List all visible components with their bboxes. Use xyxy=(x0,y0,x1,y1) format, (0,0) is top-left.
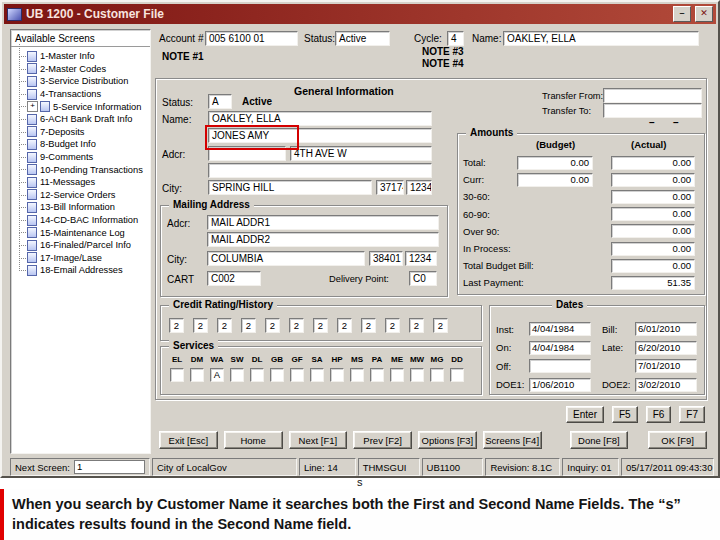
expand-icon[interactable]: + xyxy=(27,101,38,112)
credit-rating-box[interactable]: 2 xyxy=(385,318,400,333)
credit-rating-box[interactable]: 2 xyxy=(337,318,352,333)
gi-zip-field[interactable]: 37174 xyxy=(376,180,404,195)
credit-rating-box[interactable]: 2 xyxy=(193,318,208,333)
tree-item[interactable]: 18-Email Addresses xyxy=(13,264,150,277)
delivery-point-field[interactable]: C0 xyxy=(409,271,437,286)
tree-item[interactable]: 2-Master Codes xyxy=(13,63,150,76)
mailing-address1-field[interactable]: MAIL ADDR1 xyxy=(207,215,439,230)
tree-item[interactable]: 14-CD-BAC Information xyxy=(13,214,150,227)
date-field[interactable]: 1/06/2010 xyxy=(529,378,591,392)
amount-actual-field[interactable]: 0.00 xyxy=(611,173,695,187)
amount-budget-field[interactable]: 0.00 xyxy=(517,156,593,170)
amount-actual-field[interactable]: 0.00 xyxy=(611,242,695,256)
credit-rating-box[interactable]: 2 xyxy=(169,318,184,333)
service-status-box[interactable] xyxy=(390,368,404,382)
credit-rating-box[interactable]: 2 xyxy=(289,318,304,333)
service-status-box[interactable] xyxy=(410,368,424,382)
amount-actual-field[interactable]: 0.00 xyxy=(611,224,695,238)
nav-button[interactable]: Options [F3] xyxy=(418,431,477,449)
customer-name-field[interactable]: OAKLEY, ELLA xyxy=(503,31,699,46)
tree-item[interactable]: 13-Bill Information xyxy=(13,201,150,214)
amount-actual-field[interactable]: 0.00 xyxy=(611,207,695,221)
credit-rating-box[interactable]: 2 xyxy=(313,318,328,333)
mailing-zip-field[interactable]: 38401 xyxy=(369,251,403,266)
tree-item[interactable]: 17-Image/Lase xyxy=(13,252,150,265)
nav-button[interactable]: Prev [F2] xyxy=(353,431,412,449)
function-key-button[interactable]: Enter xyxy=(566,406,604,423)
tree-item[interactable]: 9-Comments xyxy=(13,151,150,164)
nav-button[interactable]: Screens [F4] xyxy=(483,431,542,449)
service-status-box[interactable] xyxy=(430,368,444,382)
service-status-box[interactable]: A xyxy=(210,368,224,382)
account-number-field[interactable]: 005 6100 01 xyxy=(205,31,298,46)
service-status-box[interactable] xyxy=(330,368,344,382)
next-screen-input[interactable]: 1 xyxy=(74,460,145,474)
tree-item[interactable]: 16-Finaled/Parcel Info xyxy=(13,239,150,252)
nav-button[interactable]: Done [F8] xyxy=(570,431,629,449)
cycle-field[interactable]: 4 xyxy=(447,31,464,46)
nav-button[interactable]: Home xyxy=(224,431,283,449)
cart-field[interactable]: C002 xyxy=(207,271,261,286)
service-status-box[interactable] xyxy=(170,368,184,382)
nav-button[interactable]: OK [F9] xyxy=(648,431,707,449)
function-key-button[interactable]: F7 xyxy=(679,406,705,423)
service-status-box[interactable] xyxy=(230,368,244,382)
gi-address-street-field[interactable]: 4TH AVE W xyxy=(290,146,432,161)
service-status-box[interactable] xyxy=(250,368,264,382)
service-status-box[interactable] xyxy=(290,368,304,382)
tree-item[interactable]: 15-Maintenance Log xyxy=(13,226,150,239)
tree-item[interactable]: 8-Budget Info xyxy=(13,138,150,151)
tree-item[interactable]: 1-Master Info xyxy=(13,50,150,63)
amount-row: Total Budget Bill: 0.00 xyxy=(463,257,699,274)
tree-item[interactable]: 3-Service Distribution xyxy=(13,75,150,88)
tree-item[interactable]: 6-ACH Bank Draft Info xyxy=(13,113,150,126)
credit-rating-box[interactable]: 2 xyxy=(217,318,232,333)
gi-city-field[interactable]: SPRING HILL xyxy=(208,180,372,195)
nav-button[interactable]: Exit [Esc] xyxy=(159,431,218,449)
service-status-box[interactable] xyxy=(270,368,284,382)
tree-item[interactable]: + 5-Service Information xyxy=(13,100,150,113)
credit-rating-box[interactable]: 2 xyxy=(361,318,376,333)
tree-item[interactable]: 7-Deposits xyxy=(13,126,150,139)
transfer-from-field[interactable] xyxy=(603,88,702,103)
tree-item[interactable]: 12-Service Orders xyxy=(13,189,150,202)
date-field[interactable]: 6/20/2010 xyxy=(635,341,697,355)
amount-actual-field[interactable]: 51.35 xyxy=(611,276,695,290)
function-key-button[interactable]: F5 xyxy=(612,406,638,423)
minimize-button[interactable]: – xyxy=(673,6,691,22)
credit-rating-box[interactable]: 2 xyxy=(409,318,424,333)
date-field[interactable]: 3/02/2010 xyxy=(635,378,697,392)
credit-rating-box[interactable]: 2 xyxy=(433,318,448,333)
tree-item[interactable]: 4-Transactions xyxy=(13,88,150,101)
mailing-zip4-field[interactable]: 1234 xyxy=(405,251,437,266)
date-field[interactable]: 6/01/2010 xyxy=(635,322,697,336)
date-field[interactable]: 7/01/2010 xyxy=(635,359,697,373)
close-button[interactable]: ✕ xyxy=(695,6,713,22)
service-status-box[interactable] xyxy=(310,368,324,382)
amount-budget-field[interactable]: 0.00 xyxy=(517,173,593,187)
amount-actual-field[interactable]: 0.00 xyxy=(611,259,695,273)
service-status-box[interactable] xyxy=(350,368,364,382)
amount-actual-field[interactable]: 0.00 xyxy=(611,156,695,170)
mailing-address2-field[interactable]: MAIL ADDR2 xyxy=(207,232,439,247)
gi-name-field[interactable]: OAKLEY, ELLA xyxy=(208,111,432,126)
function-key-button[interactable]: F6 xyxy=(646,406,672,423)
service-status-box[interactable] xyxy=(450,368,464,382)
nav-button[interactable]: Next [F1] xyxy=(289,431,348,449)
credit-rating-box[interactable]: 2 xyxy=(241,318,256,333)
date-field[interactable]: 4/04/1984 xyxy=(529,341,591,355)
status-field[interactable]: Active xyxy=(335,31,390,46)
gi-status-code-field[interactable]: A xyxy=(208,94,232,109)
tree-item[interactable]: 10-Pending Transactions xyxy=(13,163,150,176)
service-status-box[interactable] xyxy=(190,368,204,382)
gi-address-line2-field[interactable] xyxy=(208,163,432,178)
mailing-city-field[interactable]: COLUMBIA xyxy=(207,251,365,266)
amount-actual-field[interactable]: 0.00 xyxy=(611,190,695,204)
gi-zip4-field[interactable]: 1234 xyxy=(406,180,432,195)
date-field[interactable]: 4/04/1984 xyxy=(529,322,591,336)
date-field[interactable] xyxy=(529,359,591,373)
tree-item[interactable]: 11-Messages xyxy=(13,176,150,189)
service-status-box[interactable] xyxy=(370,368,384,382)
credit-rating-box[interactable]: 2 xyxy=(265,318,280,333)
transfer-to-field[interactable] xyxy=(603,103,702,118)
